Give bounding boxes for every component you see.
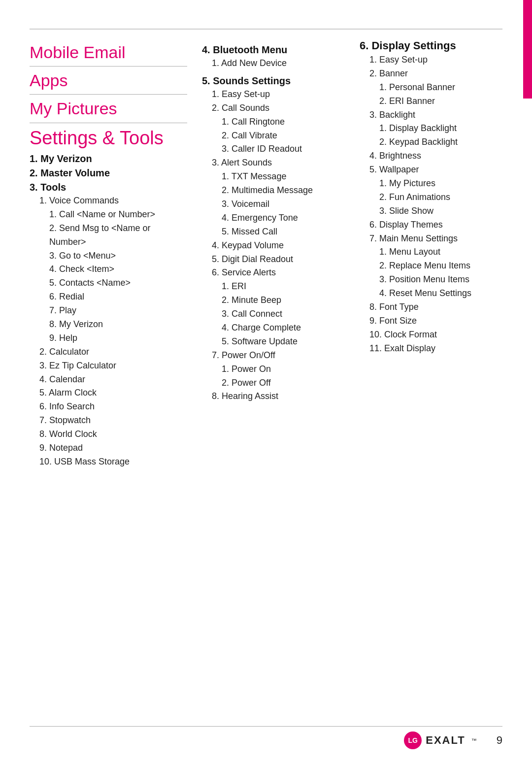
item-easy-setup: 1. Easy Set-up: [212, 88, 350, 101]
divider-1: [30, 66, 187, 66]
content-area: Mobile Email Apps My Pictures Settings &…: [30, 39, 502, 469]
divider-3: [30, 123, 187, 123]
item-minute-beep: 2. Minute Beep: [222, 294, 350, 307]
item-go-to-menu: 3. Go to <Menu>: [49, 249, 187, 263]
item-menu-layout: 1. Menu Layout: [379, 245, 512, 259]
item-font-type: 8. Font Type: [369, 300, 512, 314]
item-power-onoff: 7. Power On/Off: [212, 349, 350, 363]
item-alert-sounds: 3. Alert Sounds: [212, 156, 350, 170]
item-calculator: 2. Calculator: [39, 345, 187, 359]
item-missed-call: 5. Missed Call: [222, 225, 350, 239]
item-digit-dial-readout: 5. Digit Dial Readout: [212, 253, 350, 266]
item-notepad: 9. Notepad: [39, 441, 187, 455]
item-backlight: 3. Backlight: [369, 108, 512, 122]
item-charge-complete: 4. Charge Complete: [222, 321, 350, 335]
item-brightness: 4. Brightness: [369, 149, 512, 163]
item-position-menu-items: 3. Position Menu Items: [379, 273, 512, 287]
item-display-backlight: 1. Display Backlight: [379, 122, 512, 135]
item-world-clock: 8. World Clock: [39, 428, 187, 441]
item-call-sounds: 2. Call Sounds: [212, 101, 350, 115]
brand-name: EXALT: [426, 734, 465, 747]
item-call-name: 1. Call <Name or Number>: [49, 208, 187, 222]
item-slide-show: 3. Slide Show: [379, 204, 512, 218]
item-caller-id-readout: 3. Caller ID Readout: [222, 142, 350, 156]
item-stopwatch: 7. Stopwatch: [39, 414, 187, 428]
item-send-msg: 2. Send Msg to <Name or Number>: [49, 222, 187, 249]
item-help: 9. Help: [49, 332, 187, 345]
item-txt-message: 1. TXT Message: [222, 170, 350, 184]
settings-tools-heading: Settings & Tools: [30, 126, 187, 150]
item-ez-tip: 3. Ez Tip Calculator: [39, 359, 187, 373]
lg-circle-icon: LG: [404, 731, 422, 749]
item-my-verizon-sub: 8. My Verizon: [49, 318, 187, 332]
item-check-item: 4. Check <Item>: [49, 263, 187, 276]
sidebar-bar: [523, 0, 532, 99]
my-pictures-heading: My Pictures: [30, 98, 187, 119]
footer-logo: LG EXALT™: [404, 731, 476, 749]
item-wallpaper: 5. Wallpaper: [369, 163, 512, 177]
item-exalt-display: 11. Exalt Display: [369, 342, 512, 356]
item-alarm-clock: 5. Alarm Clock: [39, 386, 187, 400]
item-info-search: 6. Info Search: [39, 400, 187, 414]
item-main-menu-settings: 7. Main Menu Settings: [369, 232, 512, 246]
item-display-themes: 6. Display Themes: [369, 218, 512, 232]
item-voicemail: 3. Voicemail: [222, 198, 350, 211]
item-call-connect: 3. Call Connect: [222, 307, 350, 321]
top-line: [30, 29, 502, 30]
item-fun-animations: 2. Fun Animations: [379, 191, 512, 204]
item-replace-menu-items: 2. Replace Menu Items: [379, 259, 512, 273]
middle-column: 4. Bluetooth Menu 1. Add New Device 5. S…: [197, 39, 355, 469]
item-service-alerts: 6. Service Alerts: [212, 266, 350, 280]
item-sounds-settings: 5. Sounds Settings: [202, 75, 350, 87]
item-calendar: 4. Calendar: [39, 373, 187, 387]
page-footer: LG EXALT™ 9: [30, 726, 502, 749]
item-usb-mass-storage: 10. USB Mass Storage: [39, 455, 187, 469]
page-container: Mobile Email Apps My Pictures Settings &…: [0, 0, 532, 764]
display-settings-heading: 6. Display Settings: [360, 39, 512, 52]
item-emergency-tone: 4. Emergency Tone: [222, 211, 350, 225]
item-power-on: 1. Power On: [222, 363, 350, 376]
page-number: 9: [497, 734, 502, 747]
item-call-vibrate: 2. Call Vibrate: [222, 129, 350, 143]
item-power-off: 2. Power Off: [222, 376, 350, 390]
item-easy-setup-disp: 1. Easy Set-up: [369, 53, 512, 67]
item-eri: 1. ERI: [222, 280, 350, 294]
item-font-size: 9. Font Size: [369, 314, 512, 328]
item-banner: 2. Banner: [369, 67, 512, 81]
item-tools: 3. Tools: [30, 182, 187, 193]
item-eri-banner: 2. ERI Banner: [379, 95, 512, 108]
apps-heading: Apps: [30, 69, 187, 91]
item-reset-menu-settings: 4. Reset Menu Settings: [379, 287, 512, 300]
item-personal-banner: 1. Personal Banner: [379, 81, 512, 95]
item-voice-commands: 1. Voice Commands: [39, 194, 187, 208]
item-master-volume: 2. Master Volume: [30, 167, 187, 179]
item-keypad-backlight: 2. Keypad Backlight: [379, 135, 512, 149]
mobile-email-heading: Mobile Email: [30, 41, 187, 63]
item-add-new-device: 1. Add New Device: [212, 57, 350, 70]
divider-2: [30, 94, 187, 95]
item-keypad-volume: 4. Keypad Volume: [212, 239, 350, 253]
item-play: 7. Play: [49, 304, 187, 318]
item-clock-format: 10. Clock Format: [369, 328, 512, 342]
item-software-update: 5. Software Update: [222, 335, 350, 349]
lg-text: LG: [408, 736, 418, 744]
right-column: 6. Display Settings 1. Easy Set-up 2. Ba…: [355, 39, 512, 469]
item-bluetooth-menu: 4. Bluetooth Menu: [202, 44, 350, 56]
left-column: Mobile Email Apps My Pictures Settings &…: [30, 39, 197, 469]
trademark-symbol: ™: [471, 737, 477, 743]
item-multimedia-message: 2. Multimedia Message: [222, 184, 350, 198]
item-my-pictures-wall: 1. My Pictures: [379, 177, 512, 191]
item-redial: 6. Redial: [49, 290, 187, 304]
item-call-ringtone: 1. Call Ringtone: [222, 115, 350, 129]
item-hearing-assist: 8. Hearing Assist: [212, 390, 350, 403]
item-my-verizon: 1. My Verizon: [30, 153, 187, 165]
item-contacts-name: 5. Contacts <Name>: [49, 276, 187, 290]
